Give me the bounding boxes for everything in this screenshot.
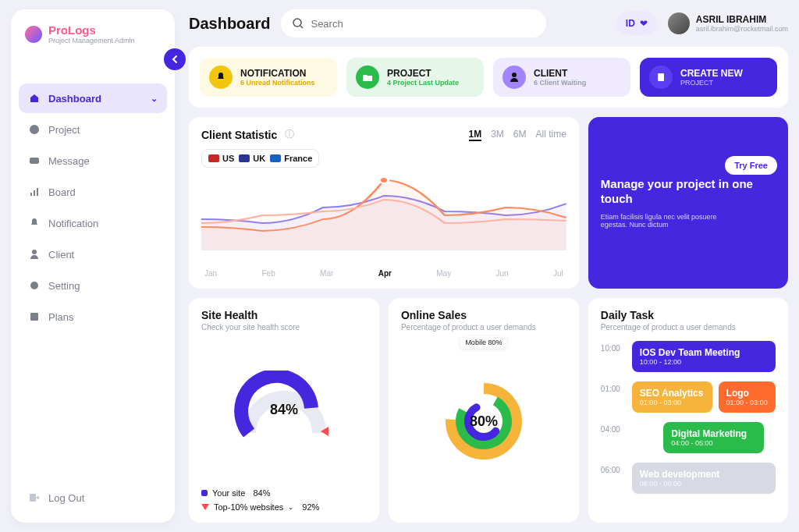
flag-icon [239, 154, 250, 162]
sidebar: ProLogs Project Management Admin Dashboa… [11, 9, 175, 523]
mail-icon [28, 154, 41, 167]
summary-card-project[interactable]: PROJECT4 Project Last Update [346, 58, 484, 97]
sidebar-item-project[interactable]: Project [19, 115, 167, 144]
card-title: PROJECT [387, 68, 459, 79]
donut-tooltip: Mobile 80% [460, 336, 506, 349]
book-icon [28, 310, 41, 323]
sidebar-item-plans[interactable]: Plans [19, 302, 167, 332]
summary-card-create-new[interactable]: CREATE NEWPROJECT [640, 58, 777, 97]
nav-label: Notification [48, 218, 98, 229]
svg-rect-2 [30, 193, 32, 196]
nav-label: Board [48, 186, 76, 198]
svg-rect-11 [658, 73, 664, 81]
summary-card-notification[interactable]: NOTIFICATION6 Unread Notifications [200, 58, 337, 97]
task-block[interactable]: Logo01:00 - 03:00 [719, 381, 776, 413]
panel-subtitle: Percentage of product a user demands [601, 323, 776, 332]
range-6m[interactable]: 6M [513, 129, 527, 141]
x-tick: May [436, 269, 451, 278]
card-subtitle: 4 Project Last Update [387, 79, 459, 87]
nav-label: Message [48, 155, 90, 167]
logout-button[interactable]: Log Out [19, 484, 167, 512]
sidebar-item-board[interactable]: Board [19, 177, 167, 207]
summary-cards: NOTIFICATION6 Unread NotificationsPROJEC… [189, 47, 788, 108]
task-block[interactable]: Digital Marketing04:00 - 05:00 [663, 422, 764, 453]
info-icon[interactable]: ⓘ [285, 128, 294, 141]
nav-label: Dashboard [48, 93, 101, 105]
svg-point-0 [30, 125, 39, 134]
task-row: 01:00SEO Analytics01:00 - 03:00Logo01:00… [601, 381, 776, 413]
summary-card-client[interactable]: CLIENT6 Client Waiting [493, 58, 630, 97]
try-free-button[interactable]: Try Free [725, 156, 777, 175]
country-us[interactable]: US [208, 154, 234, 163]
folder-icon [356, 66, 379, 89]
gear-icon [28, 279, 41, 292]
task-row: 04:00Digital Marketing04:00 - 05:00 [601, 422, 776, 453]
brand-name: ProLogs [48, 23, 135, 37]
panel-title: Site Health [201, 309, 367, 321]
search-box[interactable] [281, 9, 546, 37]
donut-chart: Mobile 80% 80% [401, 332, 566, 512]
flag-icon [208, 154, 219, 162]
svg-rect-1 [30, 158, 39, 164]
logo-icon [25, 26, 42, 43]
card-subtitle: 6 Unread Notifications [240, 79, 315, 87]
time-range-tabs: 1M3M6MAll time [469, 129, 566, 141]
line-chart [201, 172, 566, 269]
online-sales-panel: Online Sales Percentage of product a use… [389, 298, 579, 523]
site-health-panel: Site Health Check your site health score… [189, 298, 379, 523]
panel-title: Daily Task [601, 309, 776, 321]
client-statistic-panel: Client Statistic ⓘ 1M3M6MAll time USUKFr… [189, 117, 579, 289]
task-block[interactable]: SEO Analytics01:00 - 03:00 [632, 381, 712, 413]
x-tick: Jan [204, 269, 217, 278]
time-label: 06:00 [601, 463, 624, 474]
gauge-chart: 84% [201, 332, 367, 489]
chevron-down-icon: ⌄ [151, 94, 158, 104]
sidebar-item-notification[interactable]: Notification [19, 208, 167, 238]
task-block[interactable]: IOS Dev Team Meeting10:00 - 12:00 [632, 341, 776, 372]
plus-icon [649, 66, 673, 89]
panel-subtitle: Percentage of product a user demands [401, 323, 566, 332]
logout-label: Log Out [48, 492, 84, 504]
search-icon [292, 17, 304, 30]
task-row: 06:00Web development06:00 - 08:00 [601, 463, 776, 494]
svg-point-10 [512, 73, 517, 77]
banner-desc: Etiam facilisis ligula nec velit posuere… [601, 213, 741, 229]
country-filter: USUKFrance [201, 149, 319, 168]
language-selector[interactable]: ID [616, 12, 657, 35]
task-timeline: 10:00IOS Dev Team Meeting10:00 - 12:0001… [601, 341, 776, 494]
sidebar-item-setting[interactable]: Setting [19, 271, 167, 300]
range-3m[interactable]: 3M [491, 129, 504, 141]
search-input[interactable] [311, 18, 535, 30]
country-uk[interactable]: UK [239, 154, 265, 163]
range-1m[interactable]: 1M [469, 129, 482, 141]
page-title: Dashboard [189, 15, 270, 33]
card-title: NOTIFICATION [240, 68, 315, 79]
time-label: 04:00 [601, 422, 624, 434]
card-title: CREATE NEW [680, 68, 743, 79]
brand: ProLogs Project Management Admin [19, 23, 167, 52]
time-label: 01:00 [601, 381, 624, 393]
manage-project-banner: Manage your project in one touch Etiam f… [588, 117, 788, 289]
user-menu[interactable]: ASRIL IBRAHIM asril.ibrahim@rocketmail.c… [668, 12, 788, 34]
user-email: asril.ibrahim@rocketmail.com [696, 25, 788, 33]
legend: Your site84%Top-10% websites⌄92% [201, 488, 367, 512]
task-block[interactable]: Web development06:00 - 08:00 [632, 463, 776, 494]
sidebar-item-dashboard[interactable]: Dashboard⌄ [19, 83, 167, 113]
svg-point-12 [379, 177, 389, 183]
topbar: Dashboard ID ASRIL IBRAHIM asril.ibrahim… [189, 9, 788, 37]
range-all-time[interactable]: All time [536, 129, 566, 141]
panel-title: Online Sales [401, 309, 566, 321]
sidebar-item-client[interactable]: Client [19, 239, 167, 269]
sidebar-item-message[interactable]: Message [19, 146, 167, 176]
gauge-value: 84% [270, 402, 298, 418]
chart-icon [28, 123, 41, 136]
panel-title: Client Statistic [201, 129, 277, 141]
collapse-sidebar-button[interactable] [164, 48, 186, 70]
x-tick: Apr [378, 269, 392, 278]
bell-icon [28, 217, 41, 229]
chart-x-axis: JanFebMarAprMayJunJul [201, 269, 566, 278]
user-name: ASRIL IBRAHIM [696, 14, 788, 25]
brand-tagline: Project Management Admin [48, 37, 135, 44]
svg-rect-4 [37, 188, 38, 196]
country-france[interactable]: France [270, 154, 312, 163]
